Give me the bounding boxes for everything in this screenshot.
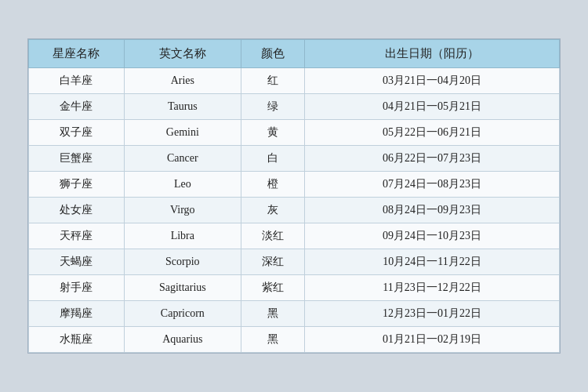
cell-english: Gemini — [124, 120, 241, 146]
cell-english: Aquarius — [124, 327, 241, 353]
cell-color: 淡红 — [241, 223, 304, 249]
cell-chinese: 天秤座 — [29, 223, 125, 249]
cell-color: 红 — [241, 68, 304, 94]
cell-english: Taurus — [124, 94, 241, 120]
table-row: 天蝎座Scorpio深红10月24日一11月22日 — [29, 249, 560, 275]
cell-chinese: 天蝎座 — [29, 249, 125, 275]
table-row: 处女座Virgo灰08月24日一09月23日 — [29, 198, 560, 223]
cell-english: Aries — [124, 68, 241, 94]
cell-date: 05月22日一06月21日 — [305, 120, 560, 146]
cell-date: 03月21日一04月20日 — [305, 68, 560, 94]
cell-chinese: 巨蟹座 — [29, 146, 125, 172]
table-row: 白羊座Aries红03月21日一04月20日 — [29, 68, 560, 94]
cell-date: 06月22日一07月23日 — [305, 146, 560, 172]
cell-english: Sagittarius — [124, 275, 241, 301]
header-chinese: 星座名称 — [29, 40, 125, 68]
cell-color: 橙 — [241, 172, 304, 198]
cell-chinese: 狮子座 — [29, 172, 125, 198]
cell-date: 04月21日一05月21日 — [305, 94, 560, 120]
header-color: 颜色 — [241, 40, 304, 68]
cell-english: Scorpio — [124, 249, 241, 275]
table-header-row: 星座名称 英文名称 颜色 出生日期（阳历） — [29, 40, 560, 68]
cell-chinese: 处女座 — [29, 198, 125, 223]
header-date: 出生日期（阳历） — [305, 40, 560, 68]
cell-chinese: 白羊座 — [29, 68, 125, 94]
zodiac-table: 星座名称 英文名称 颜色 出生日期（阳历） 白羊座Aries红03月21日一04… — [28, 39, 560, 353]
table-row: 狮子座Leo橙07月24日一08月23日 — [29, 172, 560, 198]
cell-date: 12月23日一01月22日 — [305, 301, 560, 327]
cell-date: 11月23日一12月22日 — [305, 275, 560, 301]
cell-date: 01月21日一02月19日 — [305, 327, 560, 353]
cell-chinese: 摩羯座 — [29, 301, 125, 327]
cell-english: Cancer — [124, 146, 241, 172]
cell-english: Capricorn — [124, 301, 241, 327]
table-row: 巨蟹座Cancer白06月22日一07月23日 — [29, 146, 560, 172]
cell-english: Virgo — [124, 198, 241, 223]
cell-chinese: 射手座 — [29, 275, 125, 301]
cell-chinese: 金牛座 — [29, 94, 125, 120]
table-row: 摩羯座Capricorn黑12月23日一01月22日 — [29, 301, 560, 327]
cell-color: 绿 — [241, 94, 304, 120]
cell-color: 黑 — [241, 327, 304, 353]
cell-color: 白 — [241, 146, 304, 172]
table-row: 金牛座Taurus绿04月21日一05月21日 — [29, 94, 560, 120]
cell-chinese: 水瓶座 — [29, 327, 125, 353]
cell-english: Leo — [124, 172, 241, 198]
header-english: 英文名称 — [124, 40, 241, 68]
table-row: 天秤座Libra淡红09月24日一10月23日 — [29, 223, 560, 249]
table-row: 水瓶座Aquarius黑01月21日一02月19日 — [29, 327, 560, 353]
table-row: 双子座Gemini黄05月22日一06月21日 — [29, 120, 560, 146]
cell-date: 10月24日一11月22日 — [305, 249, 560, 275]
cell-english: Libra — [124, 223, 241, 249]
cell-date: 07月24日一08月23日 — [305, 172, 560, 198]
table-row: 射手座Sagittarius紫红11月23日一12月22日 — [29, 275, 560, 301]
cell-color: 紫红 — [241, 275, 304, 301]
cell-color: 灰 — [241, 198, 304, 223]
cell-color: 深红 — [241, 249, 304, 275]
table-body: 白羊座Aries红03月21日一04月20日金牛座Taurus绿04月21日一0… — [29, 68, 560, 353]
cell-color: 黄 — [241, 120, 304, 146]
cell-chinese: 双子座 — [29, 120, 125, 146]
cell-date: 08月24日一09月23日 — [305, 198, 560, 223]
zodiac-table-container: 星座名称 英文名称 颜色 出生日期（阳历） 白羊座Aries红03月21日一04… — [27, 38, 561, 354]
cell-color: 黑 — [241, 301, 304, 327]
cell-date: 09月24日一10月23日 — [305, 223, 560, 249]
